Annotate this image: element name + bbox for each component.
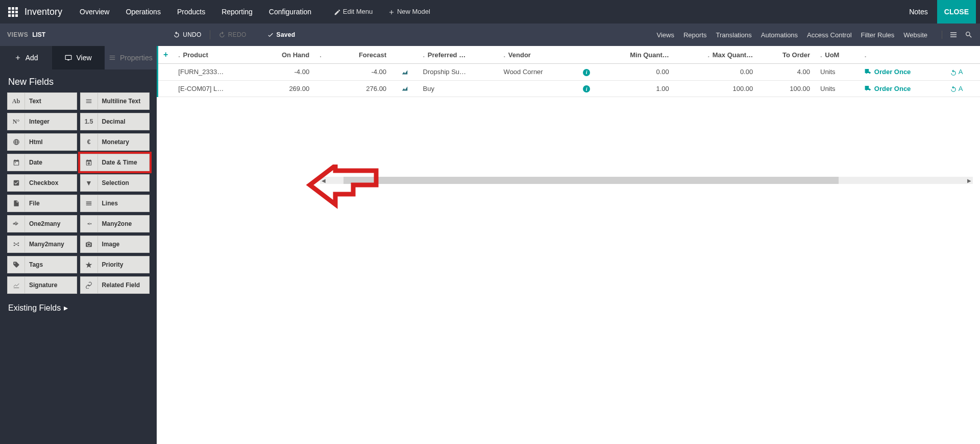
col-action[interactable]: .	[860, 46, 945, 64]
field-type-many2many[interactable]: Many2many	[7, 236, 77, 253]
field-type-many2one[interactable]: Many2one	[80, 215, 150, 232]
forecast-chart-icon[interactable]	[401, 68, 408, 76]
cell-uom[interactable]: Units	[815, 64, 860, 81]
field-type-file[interactable]: File	[7, 195, 77, 212]
table-row[interactable]: [FURN_2333…-4.00-4.00Dropship Su…Wood Co…	[158, 64, 981, 81]
field-type-checkbox[interactable]: Checkbox	[7, 174, 77, 192]
col-maxqty[interactable]: . Max Quant…	[674, 46, 758, 64]
scroll-left-icon[interactable]: ◀	[320, 177, 327, 184]
field-type-tags[interactable]: Tags	[7, 256, 77, 273]
tab-automations[interactable]: Automations	[761, 31, 798, 39]
col-vendor[interactable]: . Vendor	[499, 46, 574, 64]
table-row[interactable]: [E-COM07] L…269.00276.00Buyi1.00100.0010…	[158, 80, 981, 97]
field-type-text[interactable]: AbText	[7, 92, 77, 110]
tab-add[interactable]: Add	[0, 46, 52, 69]
cell-product[interactable]: [E-COM07] L…	[173, 80, 257, 97]
cell-onhand[interactable]: -4.00	[257, 64, 314, 81]
cell-route[interactable]: Buy	[418, 80, 499, 97]
cell-max[interactable]: 100.00	[674, 80, 758, 97]
list-view-icon[interactable]	[949, 31, 958, 39]
field-type-signature[interactable]: Signature	[7, 276, 77, 294]
close-button[interactable]: CLOSE	[937, 0, 976, 24]
field-type-label: Decimal	[98, 118, 130, 125]
field-type-decimal[interactable]: 1.5Decimal	[80, 113, 150, 130]
cell-forecast[interactable]: 276.00	[334, 80, 391, 97]
scrollbar-thumb[interactable]	[344, 177, 839, 184]
col-spacer3[interactable]	[573, 46, 599, 64]
tab-view[interactable]: View	[52, 46, 104, 69]
field-type-image[interactable]: Image	[80, 236, 150, 253]
col-route[interactable]: . Preferred …	[418, 46, 499, 64]
col-spacer1[interactable]: .	[314, 46, 334, 64]
field-type-priority[interactable]: Priority	[80, 256, 150, 273]
field-type-icon	[8, 236, 25, 252]
tab-website[interactable]: Website	[903, 31, 927, 39]
col-toorder[interactable]: To Order	[758, 46, 815, 64]
redo-button[interactable]: REDO	[213, 28, 252, 41]
search-icon[interactable]	[965, 31, 973, 39]
col-onhand[interactable]: On Hand	[257, 46, 314, 64]
field-type-html[interactable]: Html	[7, 133, 77, 151]
col-uom[interactable]: . UoM	[815, 46, 860, 64]
field-type-multiline-text[interactable]: Multiline Text	[80, 92, 150, 110]
cell-vendor[interactable]: Wood Corner	[499, 64, 574, 81]
col-product[interactable]: . Product	[173, 46, 257, 64]
cell-onhand[interactable]: 269.00	[257, 80, 314, 97]
field-type-lines[interactable]: Lines	[80, 195, 150, 212]
field-type-label: Image	[98, 241, 124, 248]
add-column-button[interactable]: +	[158, 46, 174, 64]
cell-max[interactable]: 0.00	[674, 64, 758, 81]
cell-vendor[interactable]	[499, 80, 574, 97]
cell-uom[interactable]: Units	[815, 80, 860, 97]
horizontal-scrollbar[interactable]: ◀ ▶	[320, 177, 973, 184]
menu-products[interactable]: Products	[170, 3, 212, 21]
forecast-chart-icon[interactable]	[401, 85, 408, 92]
tab-translations[interactable]: Translations	[716, 31, 752, 39]
refresh-icon[interactable]: A	[950, 68, 963, 76]
col-forecast[interactable]: Forecast	[334, 46, 391, 64]
refresh-icon[interactable]: A	[950, 85, 963, 92]
field-type-selection[interactable]: ▼Selection	[80, 174, 150, 192]
field-type-date-time[interactable]: Date & Time	[80, 154, 150, 171]
col-minqty[interactable]: Min Quant…	[600, 46, 674, 64]
cell-min[interactable]: 1.00	[600, 80, 674, 97]
order-once-button[interactable]: Order Once	[865, 68, 911, 76]
col-spacer2[interactable]	[391, 46, 418, 64]
views-breadcrumb[interactable]: VIEWS	[7, 31, 28, 38]
field-type-one2many[interactable]: One2many	[7, 215, 77, 232]
cell-product[interactable]: [FURN_2333…	[173, 64, 257, 81]
new-model-button[interactable]: New Model	[383, 4, 435, 20]
tab-filter-rules[interactable]: Filter Rules	[861, 31, 895, 39]
field-type-label: Multiline Text	[98, 98, 145, 105]
menu-reporting[interactable]: Reporting	[214, 3, 260, 21]
menu-operations[interactable]: Operations	[118, 3, 167, 21]
tab-properties[interactable]: Properties	[105, 46, 157, 69]
apps-menu-icon[interactable]	[4, 3, 21, 20]
field-type-label: Priority	[98, 261, 128, 268]
field-type-monetary[interactable]: €Monetary	[80, 133, 150, 151]
info-icon[interactable]: i	[583, 69, 590, 76]
cell-toorder[interactable]: 100.00	[758, 80, 815, 97]
cell-route[interactable]: Dropship Su…	[418, 64, 499, 81]
scroll-right-icon[interactable]: ▶	[966, 177, 973, 184]
field-type-related-field[interactable]: Related Field	[80, 276, 150, 294]
edit-menu-button[interactable]: Edit Menu	[329, 4, 378, 20]
field-type-integer[interactable]: N°Integer	[7, 113, 77, 130]
menu-configuration[interactable]: Configuration	[262, 3, 318, 21]
order-once-button[interactable]: Order Once	[865, 85, 911, 92]
col-refresh[interactable]	[945, 46, 980, 64]
menu-overview[interactable]: Overview	[72, 3, 116, 21]
field-type-date[interactable]: Date	[7, 154, 77, 171]
existing-fields-toggle[interactable]: Existing Fields▸	[0, 294, 157, 322]
undo-button[interactable]: UNDO	[168, 28, 207, 41]
tab-access-control[interactable]: Access Control	[807, 31, 851, 39]
field-type-icon	[8, 256, 25, 273]
cell-forecast[interactable]: -4.00	[334, 64, 391, 81]
info-icon[interactable]: i	[583, 85, 590, 92]
field-type-label: Related Field	[98, 282, 144, 289]
tab-views[interactable]: Views	[657, 31, 674, 39]
notes-button[interactable]: Notes	[900, 0, 937, 24]
cell-toorder[interactable]: 4.00	[758, 64, 815, 81]
cell-min[interactable]: 0.00	[600, 64, 674, 81]
tab-reports[interactable]: Reports	[683, 31, 707, 39]
